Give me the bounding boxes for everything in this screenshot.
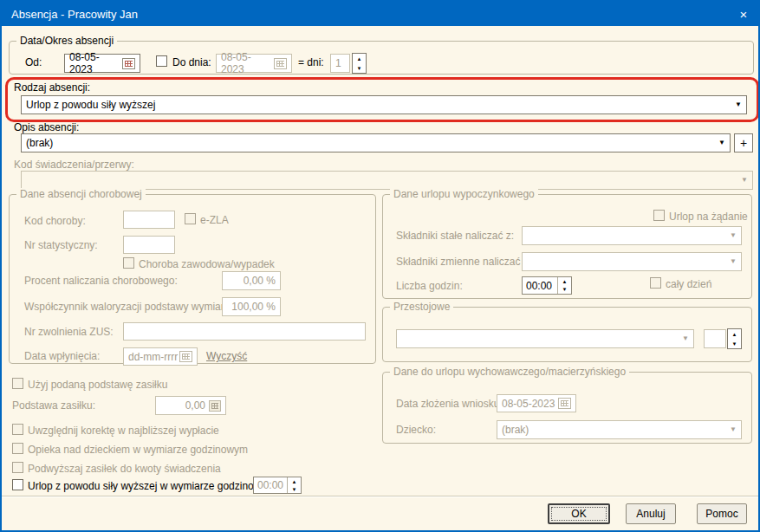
stat-no-input — [123, 236, 175, 254]
absence-type-label: Rodzaj absencji: — [14, 81, 90, 94]
to-date-value: 08-05-2023 — [221, 51, 274, 75]
variable-components-combobox: ▼ — [522, 252, 742, 271]
days-spinner[interactable]: ▲▼ — [352, 53, 367, 74]
childcare-hours-checkbox — [12, 443, 23, 454]
footer-separator — [2, 496, 758, 497]
request-date-value: 08-05-2023 — [502, 398, 555, 410]
downtime-combobox: ▼ — [396, 329, 694, 348]
force-majeure-time-value: 00:00 — [254, 477, 287, 493]
hours-count-label: Liczba godzin: — [396, 280, 463, 292]
clear-date-link: Wyczyść — [206, 350, 247, 362]
chevron-down-icon: ▼ — [682, 335, 689, 342]
vacation-legend: Dane urlopu wypoczynkowego — [390, 188, 538, 200]
disease-code-label: Kod choroby: — [24, 215, 86, 227]
days-value: 1 — [335, 57, 341, 69]
cancel-button-label: Anuluj — [636, 508, 665, 520]
spinner-arrows[interactable]: ▲▼ — [557, 277, 571, 294]
ezla-checkbox — [185, 213, 196, 224]
force-majeure-hours-label: Urlop z powodu siły wyższej w wymiarze g… — [28, 480, 275, 492]
zus-number-label: Nr zwolnienia ZUS: — [24, 326, 114, 338]
sick-percent-label: Procent naliczania chorobowego: — [24, 275, 178, 287]
force-majeure-time-spinner[interactable]: 00:00 ▲▼ — [253, 477, 302, 494]
child-combobox: (brak) ▼ — [497, 420, 742, 439]
parental-legend: Dane do urlopu wychowawczego/macierzyńsk… — [390, 366, 629, 378]
chevron-down-icon: ▼ — [741, 177, 748, 184]
from-date-input[interactable]: 08-05-2023 — [64, 54, 140, 73]
downtime-legend: Przestojowe — [390, 301, 453, 313]
close-icon[interactable]: × — [729, 2, 758, 26]
plus-icon: + — [740, 136, 747, 150]
disease-code-input — [123, 211, 175, 229]
child-value: (brak) — [502, 424, 529, 436]
calendar-icon — [558, 398, 571, 409]
stat-no-label: Nr statystyczny: — [24, 239, 98, 251]
calendar-icon — [179, 351, 192, 362]
variable-components-label: Składniki zmienne naliczać z: — [396, 256, 531, 268]
ok-button[interactable]: OK — [548, 503, 610, 524]
to-date-checkbox[interactable] — [156, 55, 167, 67]
ezla-label: e-ZLA — [200, 214, 229, 226]
help-button[interactable]: Pomoc — [697, 503, 747, 524]
benefit-code-label: Kod świadczenia/przerwy: — [14, 159, 134, 171]
chevron-down-icon: ▼ — [730, 426, 737, 433]
force-majeure-hours-checkbox[interactable] — [12, 479, 23, 490]
correction-checkbox — [12, 424, 23, 435]
title-bar: Absencja - Pracowity Jan × — [2, 2, 758, 26]
benefit-base-label: Podstawa zasiłku: — [12, 399, 95, 412]
absence-type-value: Urlop z powodu siły wyższej — [26, 99, 155, 111]
spinner-arrows[interactable]: ▲▼ — [287, 477, 301, 493]
cancel-button[interactable]: Anuluj — [626, 503, 676, 524]
absence-desc-combobox[interactable]: (brak) ▼ — [21, 133, 731, 152]
receipt-date-input: dd-mm-rrrr — [123, 347, 198, 366]
date-period-legend: Data/Okres absencji — [16, 35, 117, 47]
benefit-base-value: 0,00 — [185, 399, 205, 412]
downtime-spinner[interactable]: ▲▼ — [727, 328, 742, 349]
to-date-label: Do dnia: — [172, 56, 211, 68]
occupational-checkbox — [123, 257, 134, 269]
downtime-value-input — [704, 329, 726, 348]
raise-benefit-checkbox — [12, 462, 23, 473]
absence-desc-label: Opis absencji: — [14, 121, 79, 133]
absence-dialog: Absencja - Pracowity Jan × Data/Okres ab… — [0, 0, 760, 532]
chevron-down-icon: ▼ — [735, 101, 742, 108]
absence-type-combobox[interactable]: Urlop z powodu siły wyższej ▼ — [21, 95, 747, 114]
use-base-label: Użyj podaną podstawę zasiłku — [28, 379, 167, 391]
full-day-checkbox — [650, 277, 661, 289]
chevron-down-icon: ▼ — [730, 258, 737, 265]
occupational-label: Choroba zawodowa/wypadek — [139, 258, 275, 270]
dialog-title: Absencja - Pracowity Jan — [11, 8, 138, 21]
fixed-components-label: Składniki stałe naliczać z: — [396, 230, 514, 242]
sick-percent-input: 0,00 % — [222, 271, 281, 290]
valorization-label: Współczynnik waloryzacji podstawy wymiar… — [24, 301, 233, 313]
request-date-label: Data złożenia wniosku: — [396, 398, 503, 410]
receipt-date-value: dd-mm-rrrr — [128, 351, 178, 363]
hours-count-spinner[interactable]: 00:00 ▲▼ — [522, 276, 572, 295]
childcare-hours-label: Opieka nad dzieckiem w wymiarze godzinow… — [28, 444, 248, 456]
sick-percent-value: 0,00 % — [244, 275, 276, 287]
calendar-icon — [274, 58, 287, 69]
hours-count-value: 00:00 — [523, 277, 557, 294]
days-label: = dni: — [298, 56, 324, 68]
benefit-base-input: 0,00 — [155, 396, 226, 415]
ok-button-label: OK — [571, 508, 586, 520]
calculator-icon — [209, 400, 221, 412]
child-label: Dziecko: — [396, 424, 436, 436]
to-date-input: 08-05-2023 — [216, 54, 292, 73]
calendar-icon[interactable] — [122, 58, 135, 69]
valorization-value: 100,00 % — [231, 301, 276, 313]
from-date-value: 08-05-2023 — [69, 51, 122, 75]
sick-leave-legend: Dane absencji chorobowej — [16, 188, 146, 200]
correction-label: Uwzględnij korektę w najbliższej wypłaci… — [28, 425, 219, 437]
add-description-button[interactable]: + — [734, 133, 753, 152]
receipt-date-label: Data wpłynięcia: — [24, 350, 100, 362]
zus-number-input — [123, 322, 366, 341]
help-button-label: Pomoc — [705, 508, 737, 520]
from-label: Od: — [25, 56, 42, 68]
request-date-input: 08-05-2023 — [497, 394, 576, 412]
valorization-input: 100,00 % — [222, 297, 281, 316]
benefit-code-combobox: ▼ — [21, 171, 753, 190]
full-day-label: cały dzień — [666, 278, 711, 290]
chevron-down-icon: ▼ — [730, 232, 737, 239]
fixed-components-combobox: ▼ — [522, 226, 742, 245]
absence-desc-value: (brak) — [26, 137, 53, 149]
